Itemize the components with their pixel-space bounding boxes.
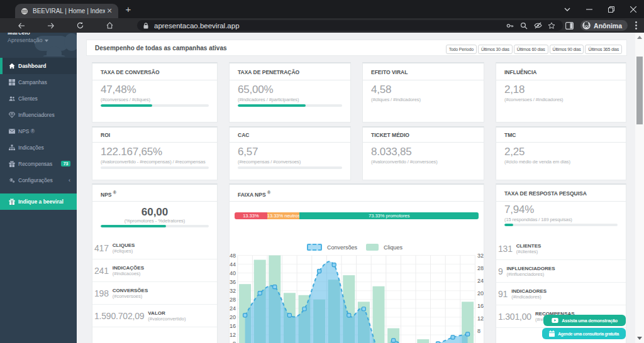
svg-text:48: 48 (230, 253, 236, 259)
password-key-icon[interactable] (504, 20, 516, 31)
page-scrollbar[interactable] (635, 33, 644, 343)
resposta-value: 7,94% (504, 204, 618, 215)
side-panel-icon[interactable] (562, 18, 577, 33)
svg-text:44: 44 (230, 261, 236, 268)
incognito-profile-chip[interactable]: Anônima (580, 20, 628, 31)
svg-text:28: 28 (477, 265, 484, 271)
sidebar-item-label: Configurações (18, 177, 53, 183)
eye-off-icon[interactable] (531, 20, 544, 31)
forward-button[interactable] (43, 18, 58, 33)
metric-sub: (#recompensas / #conversoes) (238, 159, 342, 165)
gem-icon (8, 112, 15, 119)
agende-uma-consultoria-gratuita-button[interactable]: Agende uma consultoria gratuita (542, 328, 626, 339)
metric-card-ticket-medio: TICKET MÉDIO8.033,85(#valorconvertido / … (362, 126, 484, 180)
faixa-nps-box: FAIXA NPS ® 13.33%13.33% neutros73.33% p… (229, 183, 484, 343)
stat-title: CLIENTES (516, 243, 541, 249)
metric-body: 4,58(#cliques / #indicadores) (363, 80, 484, 102)
user-role: Apresentação (8, 36, 77, 44)
svg-text:8: 8 (477, 328, 480, 334)
stat-title: CLIQUES (113, 242, 135, 248)
sidebar-item-influenciadores[interactable]: Influenciadores (0, 107, 77, 123)
main-content: Desempenho de todas as campanhas ativas … (77, 33, 635, 343)
scroll-up-icon[interactable] (637, 36, 642, 39)
sidebar-item-campanhas[interactable]: Campanhas (0, 74, 77, 90)
metric-title: TAXA DE PENETRAÇÃO (230, 63, 350, 80)
sidebar-item-nps[interactable]: NPS ® (0, 123, 77, 139)
nps-title: NPS ® (92, 185, 217, 202)
zoom-icon[interactable] (518, 20, 530, 31)
filter-ultimos-60-dias[interactable]: Últimos 60 dias (514, 45, 548, 54)
svg-text:12: 12 (230, 332, 236, 338)
sidebar-user-panel[interactable]: Marcelo Apresentação (0, 33, 77, 57)
svg-text:32: 32 (477, 253, 484, 259)
minimize-button[interactable] (578, 0, 600, 18)
new-tab-button[interactable]: + (124, 5, 133, 14)
stat-sub: (#indicacoes) (113, 271, 144, 276)
filter-ultimos-90-dias[interactable]: Últimos 90 dias (550, 45, 584, 54)
svg-text:28: 28 (230, 297, 236, 303)
browser-tab[interactable]: BEEVIRAL | Home | Index ✕ (15, 4, 118, 18)
nps-progress (101, 225, 166, 227)
stat-sub: (#clientes) (516, 249, 541, 254)
sidebar-item-label: Campanhas (18, 79, 47, 85)
filter-ultimos-30-dias[interactable]: Últimos 30 dias (478, 45, 513, 54)
metric-title: TMC (496, 128, 626, 143)
sidebar-item-label: Indicações (18, 144, 44, 151)
legend-label-cliques[interactable]: Cliques (384, 244, 402, 251)
stat-label: INDICADORES(#indicadores) (511, 288, 547, 300)
svg-text:20: 20 (477, 290, 484, 297)
metric-body: 2,25(#ciclo médio de venda em dias) (496, 143, 626, 165)
stat-row-cliques: 417CLIQUES(#cliques) (92, 237, 217, 259)
metric-sub: (#indicadores / #participantes) (238, 97, 342, 102)
svg-text:12: 12 (477, 315, 484, 322)
legend-label-conversoes[interactable]: Conversões (327, 244, 357, 251)
stat-number: 9 (498, 266, 503, 276)
gears-icon (8, 177, 15, 184)
tab-search-icon[interactable] (556, 0, 578, 18)
scrollbar-thumb[interactable] (636, 57, 643, 124)
sidebar-item-label: Recompensas (18, 161, 52, 167)
metric-body: 65,00%(#indicadores / #participantes) (230, 80, 350, 107)
assista-uma-demonstracao-button[interactable]: Assista uma demonstração (543, 315, 626, 326)
sidebar-item-configuracoes[interactable]: Configurações‹ (0, 172, 77, 188)
reload-button[interactable] (73, 18, 87, 33)
nps-box: NPS ® 60,00 (%promotores - %detratores) … (92, 183, 218, 343)
badge: 73 (61, 161, 70, 166)
bookmark-star-icon[interactable] (545, 20, 558, 31)
home-button[interactable] (103, 18, 117, 33)
filter-todo-periodo[interactable]: Todo Período (446, 45, 477, 54)
metric-title: ROI (92, 128, 217, 143)
filter-ultimos-365-dias[interactable]: Últimos 365 dias (585, 45, 622, 54)
metric-sub: (#conversoes / #indicadores) (504, 97, 618, 102)
resposta-progress-track (504, 224, 618, 226)
nps-segment-2: 73.33% promotores (299, 212, 479, 219)
chevron-left-icon: ‹ (69, 177, 70, 183)
sidebar-item-indique-a-beeviral[interactable]: Indique a beeviral (0, 193, 77, 210)
scroll-down-icon[interactable] (637, 337, 642, 340)
browser-menu-icon[interactable] (628, 18, 644, 33)
metric-value: 4,58 (371, 84, 475, 95)
back-button[interactable] (14, 18, 28, 33)
metric-body: 47,48%(#conversoes / #cliques) (92, 80, 217, 107)
stat-title: INDICADORES (511, 288, 547, 294)
sidebar-item-recompensas[interactable]: Recompensas73 (0, 156, 77, 172)
nps-value: 60,00 (101, 207, 209, 217)
metric-card-influencia: INFLUÊNCIA2,18(#conversoes / #indicadore… (496, 62, 626, 122)
address-bar[interactable]: apresentacao.beeviral.app (137, 20, 563, 31)
metric-value: 65,00% (238, 84, 342, 95)
metrics-row-2: ROI122.167,65%(#valorconvertido - #recom… (92, 126, 626, 180)
restore-button[interactable] (600, 0, 622, 18)
page-title: Desempenho de todas as campanhas ativas (95, 45, 446, 52)
sidebar-item-indicacoes[interactable]: Indicações (0, 139, 77, 156)
svg-text:16: 16 (477, 303, 484, 309)
close-window-button[interactable] (622, 0, 644, 18)
svg-text:16: 16 (230, 323, 236, 329)
sidebar-item-label: Influenciadores (18, 112, 55, 118)
metric-progress (238, 104, 342, 107)
conversions-clicks-chart: 4844403632282420161283228242016128 (230, 253, 484, 343)
sidebar-item-clientes[interactable]: Clientes (0, 90, 77, 107)
stat-label: CLIENTES(#clientes) (516, 243, 541, 254)
sidebar-item-dashboard[interactable]: Dashboard (0, 58, 77, 74)
page: Marcelo Apresentação DashboardCampanhasC… (0, 33, 644, 343)
tab-close-icon[interactable]: ✕ (105, 7, 114, 15)
